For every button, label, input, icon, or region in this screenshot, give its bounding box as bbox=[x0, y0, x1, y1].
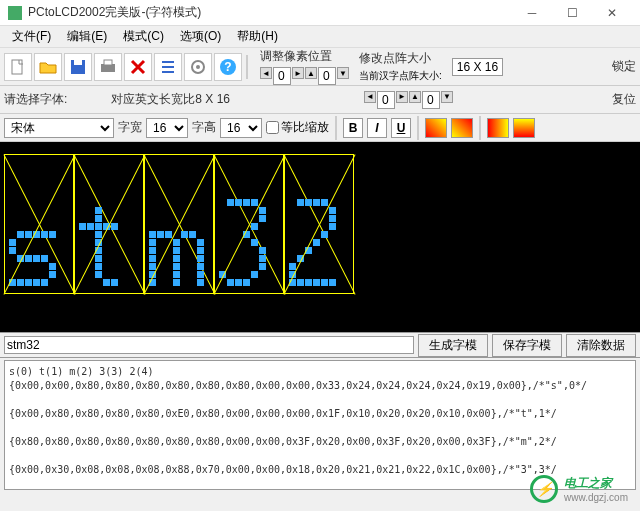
select-font-label: 请选择字体: bbox=[4, 91, 67, 108]
matrix-w-dec[interactable]: ◄ bbox=[364, 91, 376, 103]
pixel-left-button[interactable]: ◄ bbox=[260, 67, 272, 79]
menu-file[interactable]: 文件(F) bbox=[4, 26, 59, 47]
generate-button[interactable]: 生成字模 bbox=[418, 334, 488, 357]
output-textarea[interactable]: s(0) t(1) m(2) 3(3) 2(4) {0x00,0x00,0x80… bbox=[4, 360, 636, 490]
menu-help[interactable]: 帮助(H) bbox=[229, 26, 286, 47]
rotate-ccw-icon[interactable] bbox=[451, 118, 473, 138]
pixel-up-button[interactable]: ▲ bbox=[305, 67, 317, 79]
char-cell[interactable] bbox=[4, 154, 74, 294]
bold-button[interactable]: B bbox=[343, 118, 363, 138]
preview-canvas[interactable] bbox=[0, 142, 640, 332]
minimize-button[interactable]: ─ bbox=[512, 0, 552, 26]
bolt-icon: ⚡ bbox=[530, 475, 558, 503]
en-width-label: 对应英文长宽比8 X 16 bbox=[111, 91, 230, 108]
ratio-checkbox[interactable] bbox=[266, 121, 279, 134]
flip-h-icon[interactable] bbox=[487, 118, 509, 138]
pixel-right-button[interactable]: ► bbox=[292, 67, 304, 79]
clear-button[interactable]: 清除数据 bbox=[566, 334, 636, 357]
app-icon bbox=[8, 6, 22, 20]
svg-rect-4 bbox=[104, 60, 112, 65]
save-button[interactable] bbox=[64, 53, 92, 81]
pixel-down-button[interactable]: ▼ bbox=[337, 67, 349, 79]
char-cell[interactable] bbox=[214, 154, 284, 294]
help-button[interactable]: ? bbox=[214, 53, 242, 81]
svg-text:?: ? bbox=[224, 60, 231, 74]
pixel-y-val: 0 bbox=[318, 67, 336, 85]
lock-label[interactable]: 锁定 bbox=[612, 58, 636, 75]
matrix-w-inc[interactable]: ► bbox=[396, 91, 408, 103]
rotate-cw-icon[interactable] bbox=[425, 118, 447, 138]
matrix-h-inc[interactable]: ▼ bbox=[441, 91, 453, 103]
size-display: 16 X 16 bbox=[452, 58, 503, 76]
italic-button[interactable]: I bbox=[367, 118, 387, 138]
char-cell[interactable] bbox=[144, 154, 214, 294]
height-label: 字高 bbox=[192, 119, 216, 136]
title-bar: PCtoLCD2002完美版-(字符模式) ─ ☐ ✕ bbox=[0, 0, 640, 26]
pixel-x-val: 0 bbox=[273, 67, 291, 85]
char-cell[interactable] bbox=[74, 154, 144, 294]
width-select[interactable]: 16 bbox=[146, 118, 188, 138]
input-row: 生成字模 保存字模 清除数据 bbox=[0, 332, 640, 358]
current-size-label: 当前汉字点阵大小: bbox=[359, 69, 442, 83]
main-toolbar: ? 调整像素位置 ◄ 0 ► ▲ 0 ▼ 修改点阵大小 当前汉字点阵大小: 16… bbox=[0, 48, 640, 86]
char-cell[interactable] bbox=[284, 154, 354, 294]
underline-button[interactable]: U bbox=[391, 118, 411, 138]
svg-point-6 bbox=[196, 65, 200, 69]
menu-mode[interactable]: 模式(C) bbox=[115, 26, 172, 47]
text-input[interactable] bbox=[4, 336, 414, 354]
font-select[interactable]: 宋体 bbox=[4, 118, 114, 138]
svg-rect-2 bbox=[74, 60, 82, 65]
save-font-button[interactable]: 保存字模 bbox=[492, 334, 562, 357]
menu-options[interactable]: 选项(O) bbox=[172, 26, 229, 47]
menu-edit[interactable]: 编辑(E) bbox=[59, 26, 115, 47]
font-toolbar: 请选择字体: 对应英文长宽比8 X 16 ◄ 0 ► ▲ 0 ▼ 复位 bbox=[0, 86, 640, 114]
close-button[interactable]: ✕ bbox=[592, 0, 632, 26]
list-button[interactable] bbox=[154, 53, 182, 81]
menu-bar: 文件(F) 编辑(E) 模式(C) 选项(O) 帮助(H) bbox=[0, 26, 640, 48]
svg-rect-0 bbox=[12, 60, 22, 74]
reset-label[interactable]: 复位 bbox=[612, 91, 636, 108]
matrix-size-label: 修改点阵大小 bbox=[359, 50, 442, 67]
width-label: 字宽 bbox=[118, 119, 142, 136]
watermark: ⚡ 电工之家 www.dgzj.com bbox=[530, 475, 628, 503]
height-select[interactable]: 16 bbox=[220, 118, 262, 138]
font-toolbar-2: 宋体 字宽 16 字高 16 等比缩放 B I U bbox=[0, 114, 640, 142]
settings-button[interactable] bbox=[184, 53, 212, 81]
flip-v-icon[interactable] bbox=[513, 118, 535, 138]
maximize-button[interactable]: ☐ bbox=[552, 0, 592, 26]
matrix-h-dec[interactable]: ▲ bbox=[409, 91, 421, 103]
window-title: PCtoLCD2002完美版-(字符模式) bbox=[28, 4, 512, 21]
print-button[interactable] bbox=[94, 53, 122, 81]
delete-button[interactable] bbox=[124, 53, 152, 81]
open-button[interactable] bbox=[34, 53, 62, 81]
new-button[interactable] bbox=[4, 53, 32, 81]
pixel-pos-label: 调整像素位置 bbox=[260, 48, 349, 65]
